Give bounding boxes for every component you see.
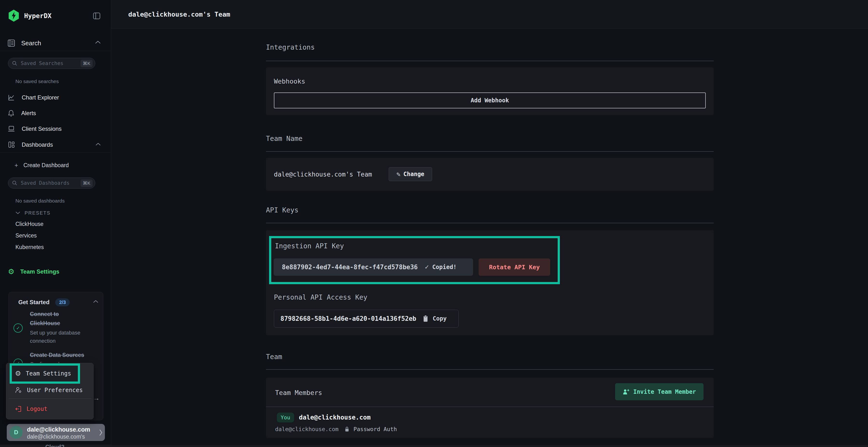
sidebar-item-dashboards[interactable]: Dashboards xyxy=(8,140,53,149)
arrow-right-icon[interactable]: → xyxy=(93,394,100,402)
sidebar: HyperDX Search xyxy=(0,0,111,447)
page-title: dale@clickhouse.com's Team xyxy=(128,0,230,28)
menu-item-label: Team Settings xyxy=(26,370,71,377)
avatar-initial: D xyxy=(14,429,18,436)
webhooks-card: Webhooks Add Webhook xyxy=(266,67,714,115)
team-members-label: Team Members xyxy=(275,389,322,397)
preset-clickhouse[interactable]: ClickHouse xyxy=(16,221,43,227)
team-settings-label: Team Settings xyxy=(20,268,59,275)
sidebar-item-team-settings[interactable]: ⚙ Team Settings xyxy=(8,267,59,276)
annotation-ingestion-api-key xyxy=(269,236,560,284)
plus-icon: + xyxy=(14,162,18,169)
user-account-chip[interactable]: D dale@clickhouse.com dale@clickhouse.co… xyxy=(7,424,105,441)
personal-api-key-value: 87982668-58b1-4d6e-a620-014a136f52eb xyxy=(280,315,416,322)
invite-team-member-button[interactable]: Invite Team Member xyxy=(615,383,704,400)
pencil-icon: ✎ xyxy=(396,170,401,178)
shortcut-badge: ⌘K xyxy=(81,179,93,187)
sidebar-divider xyxy=(0,51,111,51)
lock-icon xyxy=(345,426,349,432)
create-dashboard-button[interactable]: + Create Dashboard xyxy=(14,161,69,170)
topbar: dale@clickhouse.com's Team xyxy=(111,0,868,28)
bottom-partial-text: Cloud? xyxy=(45,444,64,447)
get-started-header[interactable]: Get Started 2/3 xyxy=(18,298,70,307)
search-section-icon xyxy=(8,39,15,47)
add-webhook-button[interactable]: Add Webhook xyxy=(274,93,706,108)
section-divider xyxy=(266,369,714,370)
personal-api-key-label: Personal API Access Key xyxy=(274,294,368,301)
nav-label: Client Sessions xyxy=(22,126,61,132)
sidebar-section-search[interactable]: Search xyxy=(8,38,41,48)
gear-icon: ⚙ xyxy=(15,370,21,377)
get-started-step-title[interactable]: Create Data Sources xyxy=(30,350,102,359)
chevron-up-icon[interactable] xyxy=(93,300,98,303)
saved-searches-input[interactable] xyxy=(20,60,81,66)
you-badge: You xyxy=(277,413,294,422)
members-divider xyxy=(266,407,714,407)
menu-item-user-preferences[interactable]: User Preferences xyxy=(15,385,83,396)
collapse-panel-icon[interactable] xyxy=(93,12,100,19)
sidebar-item-chart-explorer[interactable]: Chart Explorer xyxy=(8,93,59,102)
get-started-step-desc: Set up your database connection xyxy=(30,329,90,345)
presets-toggle[interactable]: PRESETS xyxy=(16,209,51,217)
hyperdx-logo-icon xyxy=(8,10,19,22)
change-label: Change xyxy=(403,171,424,177)
team-name-value: dale@clickhouse.com's Team xyxy=(274,171,372,178)
get-started-title: Get Started xyxy=(18,299,50,306)
bottom-strip xyxy=(111,445,868,447)
preset-services[interactable]: Services xyxy=(16,232,37,239)
clipboard-icon xyxy=(423,315,429,322)
step-complete-icon: ✓ xyxy=(13,323,23,333)
saved-searches-input-wrap: ⌘K xyxy=(8,58,95,69)
saved-dashboards-input[interactable] xyxy=(20,180,81,186)
menu-item-label: User Preferences xyxy=(27,387,83,393)
create-dashboard-label: Create Dashboard xyxy=(23,162,69,169)
webhooks-label: Webhooks xyxy=(274,77,305,85)
sidebar-item-alerts[interactable]: Alerts xyxy=(8,108,36,118)
member-row-secondary: dale@clickhouse.com Password Auth xyxy=(275,425,397,433)
member-name: dale@clickhouse.com xyxy=(299,414,371,421)
team-card: Team Members Invite Team Member You dale… xyxy=(266,378,714,438)
preset-kubernetes[interactable]: Kubernetes xyxy=(16,244,44,250)
avatar: D xyxy=(10,426,23,439)
search-icon xyxy=(12,61,18,66)
chevron-up-icon[interactable] xyxy=(95,40,101,44)
personal-api-key-box[interactable]: 87982668-58b1-4d6e-a620-014a136f52eb Cop… xyxy=(274,310,459,328)
get-started-progress-badge: 2/3 xyxy=(55,299,70,306)
nav-label: Dashboards xyxy=(22,141,53,148)
menu-item-logout[interactable]: Logout xyxy=(15,404,48,414)
presets-label: PRESETS xyxy=(25,210,51,216)
team-heading: Team xyxy=(266,353,282,361)
integrations-heading: Integrations xyxy=(266,43,315,51)
copy-label: Copy xyxy=(433,315,447,322)
nav-label: Chart Explorer xyxy=(22,94,59,101)
nav-label: Alerts xyxy=(21,110,36,116)
sidebar-item-client-sessions[interactable]: Client Sessions xyxy=(8,124,61,134)
bell-icon xyxy=(8,110,14,117)
logout-icon xyxy=(15,406,22,412)
chevron-up-icon[interactable] xyxy=(95,143,101,146)
api-keys-card: Ingestion API Key 8e887902-4ed7-44ea-8fe… xyxy=(266,230,714,335)
chart-explorer-icon xyxy=(8,94,15,101)
team-name-heading: Team Name xyxy=(266,135,303,143)
section-divider xyxy=(266,151,714,152)
member-row-primary: You dale@clickhouse.com xyxy=(277,413,371,422)
chevron-right-icon xyxy=(99,429,103,436)
change-team-name-button[interactable]: ✎ Change xyxy=(389,167,432,181)
no-saved-dashboards-note: No saved dashboards xyxy=(16,198,65,204)
logo: HyperDX xyxy=(8,10,52,21)
invite-label: Invite Team Member xyxy=(633,388,696,395)
gear-icon: ⚙ xyxy=(8,268,14,275)
account-menu: ⚙ Team Settings User Preferences xyxy=(6,363,94,419)
api-keys-heading: API Keys xyxy=(266,206,299,214)
member-auth-method: Password Auth xyxy=(353,426,397,432)
saved-dashboards-input-wrap: ⌘K xyxy=(8,177,95,188)
user-chip-subtitle: dale@clickhouse.com's xyxy=(27,434,85,440)
laptop-icon xyxy=(8,126,15,132)
get-started-step-title[interactable]: Connect to ClickHouse xyxy=(30,309,71,328)
user-chip-title: dale@clickhouse.com xyxy=(27,426,90,433)
menu-item-team-settings[interactable]: ⚙ Team Settings xyxy=(12,366,78,381)
dashboards-icon xyxy=(8,141,15,148)
annotation-team-settings: ⚙ Team Settings xyxy=(10,364,80,384)
shortcut-badge: ⌘K xyxy=(81,60,93,67)
team-name-card: dale@clickhouse.com's Team ✎ Change xyxy=(266,158,714,191)
